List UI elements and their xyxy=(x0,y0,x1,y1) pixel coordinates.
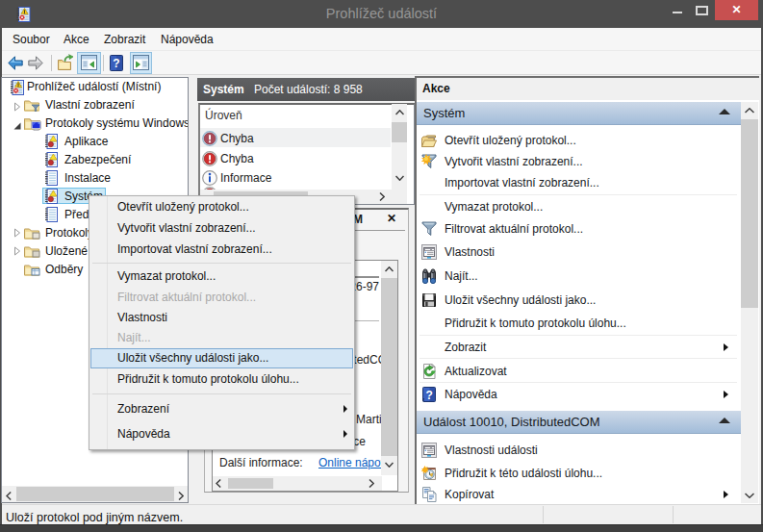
svg-text:?: ? xyxy=(113,57,119,70)
